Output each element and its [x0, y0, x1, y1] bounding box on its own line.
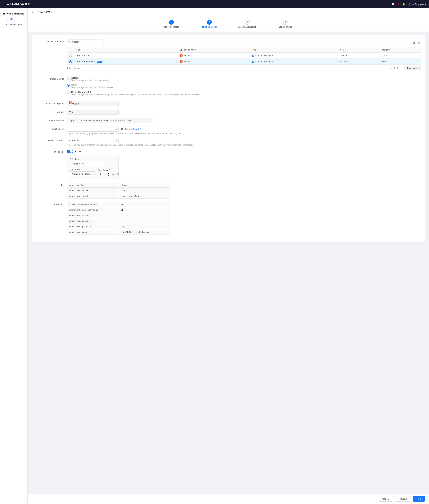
count-up-button[interactable]: ▲ — [107, 172, 110, 174]
os-field — [67, 101, 119, 106]
cancel-button[interactable]: Cancel — [379, 496, 393, 502]
menu-icon[interactable]: ☰ — [3, 2, 6, 6]
create-secret-link[interactable]: Create Secret ↗ — [125, 128, 141, 130]
gpu-model-select[interactable]: metax-tech.com/c500 — [70, 171, 96, 177]
image-secret-label: Image Secret — [36, 127, 67, 130]
annotation-kv-grid: kubevirt.io/latest-observed-api- v1 kube… — [67, 202, 170, 235]
gpu-model-row: GPU Model * metax-tech.com/c500 ▾ — [70, 168, 116, 177]
http-radio[interactable] — [67, 84, 70, 87]
step-2-circle: 2 — [207, 20, 212, 25]
step-1: ✓ Basic Information — [159, 20, 183, 28]
version-label: Version — [36, 110, 67, 113]
label-val-2: ubuntu-metax-c500 — [119, 194, 170, 199]
label-val-0: Ubuntu — [119, 183, 170, 188]
step-3-label: Storage and Network — [238, 26, 257, 28]
card-count-input[interactable] — [98, 172, 106, 177]
col-select — [67, 47, 74, 53]
per-page-select[interactable]: 10 per page — [404, 66, 421, 70]
help-icon[interactable]: ❓ — [397, 3, 400, 6]
sidebar-item-vm[interactable]: 📄 VM — [0, 16, 27, 22]
gpu-type-select[interactable]: Metax_GPU — [70, 161, 108, 166]
count-down-button[interactable]: ▼ — [107, 174, 110, 177]
user-avatar-icon: 👤 — [408, 3, 411, 6]
step-4-label: Login Settings — [279, 26, 292, 28]
os-content: U — [67, 101, 421, 106]
step-2-label: Template Config — [202, 26, 217, 28]
row1-radio[interactable] — [69, 54, 72, 57]
previous-button[interactable]: Previous — [395, 496, 411, 502]
row2-name: ubuntu-metax-c500 GPU — [74, 59, 178, 65]
version-input — [67, 110, 119, 115]
image-secret-select[interactable] — [67, 127, 119, 132]
registry-option[interactable]: Registry The VM image stored in containe… — [67, 77, 421, 81]
ann-key-2: virtnest.io/alias-name — [67, 213, 118, 218]
search-icon: 🔍 — [68, 41, 71, 43]
card-count-wrap: ▲ ▼ items ✕ — [98, 172, 120, 177]
ann-key-1: kubevirt.io/storage-observed-ap — [67, 208, 118, 212]
page-title: Create VMs — [36, 11, 52, 14]
table-row[interactable]: ububtu-20-04 U Ubuntu 👤 Custom Template … — [67, 53, 421, 59]
page-indicator: 1 — [394, 67, 395, 69]
image-source-row: Image Source Registry The VM image store… — [36, 77, 421, 98]
label-label: Label — [36, 183, 67, 186]
ann-val-0: v1 — [119, 202, 170, 207]
message-icon[interactable]: 💬 — [391, 3, 394, 6]
s3-option[interactable]: Object Storage (S3) The VM image that ca… — [67, 91, 421, 96]
page-total: / 1 — [396, 67, 398, 69]
col-name: Name — [74, 47, 178, 53]
image-source-content: Registry The VM image stored in containe… — [67, 77, 421, 98]
table-settings-button[interactable]: ⚙ — [412, 41, 416, 45]
next-button[interactable]: Next — [413, 496, 425, 502]
vm-section-icon: 🖥 — [3, 12, 5, 15]
row1-name: ububtu-20-04 — [74, 53, 178, 59]
stepper: ✓ Basic Information 2 Template Config 3 … — [27, 16, 429, 32]
back-button[interactable]: ← — [32, 11, 35, 14]
step-1-label: Basic Information — [163, 26, 179, 28]
row2-radio[interactable] — [69, 60, 72, 63]
s3-radio[interactable] — [67, 91, 70, 94]
search-input[interactable] — [67, 39, 103, 44]
http-option[interactable]: HTTP The VM images stored in an HTTP flu… — [67, 84, 421, 89]
step-2: 2 Template Config — [197, 20, 221, 28]
total-records: Total 2 records — [67, 67, 80, 69]
remove-gpu-button[interactable]: ✕ — [116, 173, 120, 176]
ann-val-5: http://10.10.20.170:9000/kubec — [119, 230, 170, 235]
table-row[interactable]: ubuntu-metax-c500 GPU U Ubuntu 👤 Custom … — [67, 59, 421, 65]
form-container: Select Template * 🔍 ⚙ ↻ — [27, 32, 429, 256]
step-3: 3 Storage and Network — [235, 20, 259, 28]
resource-config-select[interactable]: 1 Core 2G — [67, 138, 119, 143]
logo: ☰ ● SUANOVA 算墨 — [3, 2, 30, 6]
label-key-2: virtnest.io/vmtemplate — [67, 194, 118, 199]
sidebar-section-title: 🖥 Virtual Machines — [0, 11, 27, 16]
image-address-row: Image Address — [36, 118, 421, 123]
select-template-label: Select Template * — [36, 39, 67, 43]
col-type: Type — [249, 47, 338, 53]
user-menu[interactable]: 👤 haifeng.yao ▾ — [408, 3, 426, 6]
gpu-toggle[interactable] — [67, 150, 73, 153]
table-refresh-button[interactable]: ↻ — [417, 41, 421, 45]
resource-config-hint: It is recommended to set these values ba… — [67, 144, 421, 146]
gpu-card: GPU Type * Metax_GPU ▾ — [67, 155, 119, 179]
annotation-label: Annotation — [36, 202, 67, 206]
prev-page-button[interactable]: ‹ — [389, 66, 393, 70]
row2-os: U Ubuntu — [178, 59, 249, 65]
ann-key-3: virtnest.io/image-secret — [67, 219, 118, 223]
image-source-label: Image Source — [36, 77, 67, 80]
row2-cpu: 4 Core — [338, 59, 380, 65]
ann-val-2 — [119, 213, 170, 218]
step-3-circle: 3 — [245, 20, 250, 25]
sidebar-item-vm-template[interactable]: ⊙ VM Template — [0, 22, 27, 27]
refresh-secret-button[interactable]: ↻ — [120, 127, 124, 131]
ann-key-0: kubevirt.io/latest-observed-api- — [67, 202, 118, 207]
step-4: 4 Login Settings — [273, 20, 297, 28]
vm-template-icon: ⊙ — [6, 23, 7, 26]
connector-1-2 — [183, 22, 197, 22]
bell-icon[interactable]: 🔔 — [402, 3, 405, 6]
label-kv-grid: virtnest.io/os-family Ubuntu virtnest.io… — [67, 183, 170, 199]
user-chevron-icon: ▾ — [425, 3, 426, 6]
card-count-col: Card Count * ▲ ▼ — [98, 169, 120, 177]
image-secret-row: Image Secret ▾ ↻ Create Secret ↗ Only s — [36, 127, 421, 135]
gpu-enable-label: Enable — [74, 150, 81, 153]
registry-radio[interactable] — [67, 77, 70, 80]
next-page-button[interactable]: › — [399, 66, 403, 70]
